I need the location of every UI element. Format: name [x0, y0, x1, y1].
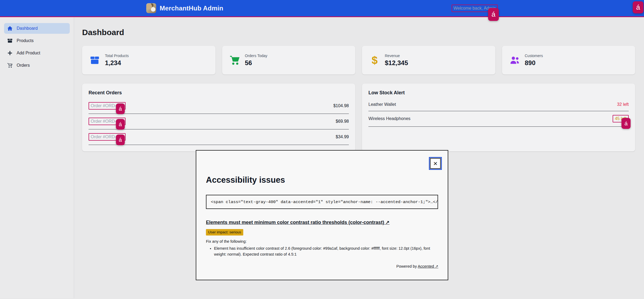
dialog-title: Accessibility issues: [206, 175, 438, 185]
order-price: $69.98: [336, 119, 349, 124]
box-icon: [7, 38, 13, 44]
stat-value: 56: [245, 59, 268, 67]
page-title: Dashboard: [82, 28, 635, 37]
fix-item: Element has insufficient color contrast …: [214, 245, 437, 257]
stat-value: 1,234: [105, 59, 129, 67]
sidebar-item-products[interactable]: Products: [4, 35, 70, 46]
app-title: MerchantHub Admin: [160, 5, 223, 12]
stat-card-total-products: Total Products 1,234: [82, 46, 215, 74]
product-name: Leather Wallet: [368, 102, 396, 107]
panel-title: Low Stock Alert: [368, 90, 629, 96]
brand: MerchantHub Admin: [146, 3, 223, 13]
stat-label: Orders Today: [245, 54, 268, 58]
recent-orders-panel: Recent Orders Order #ORD-001 á $104.98 O…: [82, 84, 355, 151]
sidebar-item-label: Orders: [17, 63, 30, 68]
user-impact-badge: User impact: serious: [206, 229, 243, 236]
fix-heading: Fix any of the following:: [206, 239, 438, 244]
stat-label: Customers: [525, 54, 543, 58]
stock-row: Leather Wallet 32 left: [368, 98, 629, 111]
stat-label: Revenue: [385, 54, 408, 58]
panel-title: Recent Orders: [89, 90, 349, 96]
stat-card-revenue: $ Revenue $12,345: [362, 46, 495, 74]
sidebar-item-label: Dashboard: [17, 26, 38, 31]
dollar-icon: $: [372, 55, 378, 66]
stat-value: 890: [525, 59, 543, 67]
home-icon: [7, 25, 13, 31]
cart-icon: [7, 62, 13, 68]
issue-rule-link[interactable]: Elements must meet minimum color contras…: [206, 219, 390, 225]
fix-list: Element has insufficient color contrast …: [214, 245, 437, 257]
accented-trigger-badge[interactable]: á: [633, 1, 643, 13]
accented-trigger-badge[interactable]: á: [116, 103, 125, 114]
stat-card-customers: Customers 890: [502, 46, 635, 74]
sidebar-item-label: Products: [17, 38, 34, 43]
sidebar-item-add-product[interactable]: Add Product: [4, 48, 70, 58]
code-snippet: <span class="text-gray-400" data-accente…: [206, 195, 438, 209]
order-row: Order #ORD-002 á $69.98: [89, 114, 349, 129]
product-name: Wireless Headphones: [368, 116, 411, 121]
box-icon: [89, 55, 100, 66]
plus-icon: [7, 50, 13, 56]
panels-row: Recent Orders Order #ORD-001 á $104.98 O…: [82, 84, 635, 151]
order-row: Order #ORD-001 á $104.98: [89, 98, 349, 114]
stats-row: Total Products 1,234 Orders Today 56 $: [82, 46, 635, 74]
sidebar-item-orders[interactable]: Orders: [4, 60, 70, 71]
accented-trigger-badge[interactable]: á: [116, 134, 125, 145]
order-row: Order #ORD-003 á $34.99: [89, 129, 349, 145]
stat-card-orders-today: Orders Today 56: [222, 46, 356, 74]
sidebar-item-dashboard[interactable]: Dashboard: [4, 23, 70, 34]
accented-trigger-badge[interactable]: á: [488, 8, 499, 21]
accented-link[interactable]: Accented ↗: [418, 264, 438, 268]
app-header: MerchantHub Admin Welcome back, Admin á …: [0, 0, 644, 17]
sidebar: Dashboard Products Add Product Orders: [0, 17, 74, 298]
accented-trigger-badge[interactable]: á: [621, 118, 631, 129]
stat-value: $12,345: [385, 59, 408, 67]
low-stock-panel: Low Stock Alert Leather Wallet 32 left W…: [362, 84, 635, 151]
accessibility-issues-dialog: × Accessibility issues <span class="text…: [196, 150, 448, 280]
powered-by: Powered by Accented ↗: [396, 264, 438, 268]
stat-label: Total Products: [105, 54, 129, 58]
cart-icon: [229, 55, 240, 66]
order-price: $104.98: [333, 103, 349, 108]
users-icon: [509, 55, 520, 66]
app-logo: [146, 3, 156, 13]
accented-trigger-badge[interactable]: á: [116, 119, 125, 130]
sidebar-item-label: Add Product: [17, 51, 40, 55]
code-text: <span class="text-gray-400" data-accente…: [211, 200, 438, 204]
stock-quantity: 32 left: [617, 102, 629, 107]
stock-row: Wireless Headphones 45 left á: [368, 111, 629, 127]
close-button[interactable]: ×: [430, 158, 441, 169]
order-price: $34.99: [336, 134, 349, 139]
